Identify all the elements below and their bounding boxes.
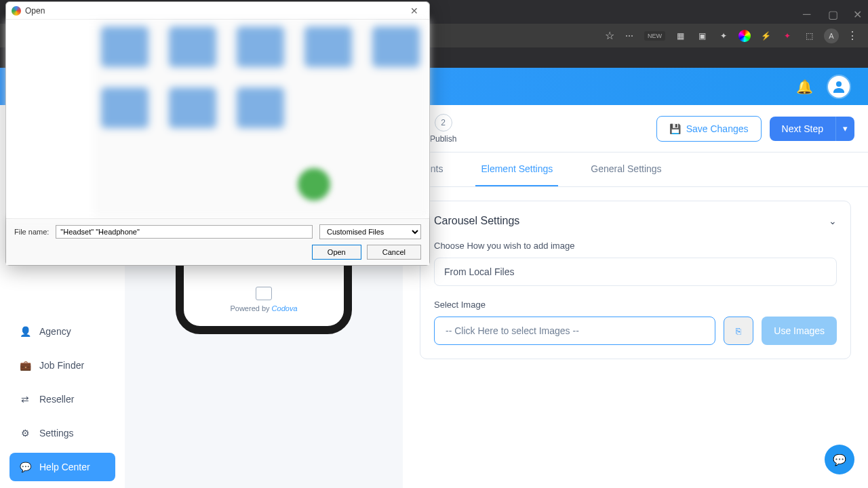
agency-icon: 👤	[19, 325, 31, 338]
select-image-label: Select Image	[434, 300, 837, 310]
dialog-close-button[interactable]: ✕	[405, 4, 424, 18]
cursor-highlight	[298, 168, 330, 201]
color-picker-icon[interactable]	[738, 30, 751, 42]
svg-point-0	[836, 81, 842, 87]
cancel-button[interactable]: Cancel	[367, 245, 421, 260]
extension-icon-3[interactable]: ▣	[695, 29, 709, 43]
browser-menu-icon[interactable]: ⋮	[847, 29, 858, 42]
top-actions: 2 Publish 💾 Save Changes Next Step ▾	[403, 105, 868, 152]
save-icon: 💾	[669, 123, 681, 134]
extension-icon-4[interactable]: ✦	[717, 29, 730, 43]
extension-icon-6[interactable]: ✦	[781, 29, 794, 43]
choose-method-label: Choose How you wish to add image	[434, 241, 837, 251]
chat-support-button[interactable]: 💬	[825, 445, 854, 474]
extensions-icon[interactable]: ⬚	[802, 29, 816, 43]
select-image-input[interactable]: -- Click Here to select Images --	[434, 317, 715, 345]
settings-content: Carousel Settings ⌄ Choose How you wish …	[403, 187, 868, 373]
upload-icon: ⎘	[736, 326, 741, 336]
sidebar-item-help-center[interactable]: 💬 Help Center	[9, 453, 115, 481]
right-panel: 2 Publish 💾 Save Changes Next Step ▾ ent…	[403, 105, 868, 488]
accordion-header[interactable]: Carousel Settings ⌄	[434, 215, 837, 227]
sidebar-item-label: Settings	[39, 428, 74, 439]
carousel-settings-card: Carousel Settings ⌄ Choose How you wish …	[420, 201, 851, 359]
sidebar-item-reseller[interactable]: ⇄ Reseller	[9, 385, 115, 413]
sidebar-item-settings[interactable]: ⚙ Settings	[9, 419, 115, 447]
extension-icon[interactable]: ⋯	[623, 29, 636, 43]
briefcase-icon: 💼	[19, 359, 31, 371]
next-step-button[interactable]: Next Step	[770, 117, 835, 141]
sidebar-item-label: Job Finder	[39, 360, 84, 371]
chrome-icon	[12, 6, 21, 16]
tabs: ents Element Settings General Settings	[403, 152, 868, 187]
user-avatar[interactable]	[827, 75, 851, 99]
accordion-title: Carousel Settings	[434, 215, 519, 227]
sidebar-item-label: Help Center	[39, 462, 90, 472]
chevron-down-icon: ⌄	[829, 216, 837, 226]
browser-profile-avatar[interactable]: A	[824, 28, 839, 43]
step-label: Publish	[430, 134, 456, 144]
file-open-dialog: Open ✕ File name: Customised Files Open …	[5, 1, 430, 266]
tab-element-settings[interactable]: Element Settings	[475, 152, 558, 186]
maximize-icon[interactable]: ▢	[828, 8, 836, 16]
close-window-icon[interactable]: ✕	[853, 8, 861, 16]
image-source-dropdown[interactable]: From Local Files	[434, 258, 837, 286]
bookmark-star-icon[interactable]: ☆	[605, 29, 614, 42]
chat-icon: 💬	[833, 453, 846, 466]
extension-icon-2[interactable]: ▦	[673, 29, 687, 43]
dialog-footer: File name: Customised Files Open Cancel	[6, 218, 429, 265]
browse-image-button[interactable]: ⎘	[724, 317, 753, 345]
sidebar-item-job-finder[interactable]: 💼 Job Finder	[9, 351, 115, 380]
save-changes-button[interactable]: 💾 Save Changes	[656, 116, 762, 142]
gear-icon: ⚙	[19, 427, 31, 439]
minimize-icon[interactable]: ─	[803, 8, 811, 16]
powered-by: Powered by Codova	[193, 304, 334, 312]
step-publish[interactable]: 2 Publish	[430, 114, 456, 144]
notifications-icon[interactable]: 🔔	[796, 79, 813, 95]
extension-icon-5[interactable]: ⚡	[759, 29, 772, 43]
filetype-select[interactable]: Customised Files	[319, 224, 421, 239]
tab-general-settings[interactable]: General Settings	[585, 152, 667, 186]
reseller-icon: ⇄	[19, 393, 31, 405]
filename-label: File name:	[14, 228, 49, 236]
next-step-dropdown[interactable]: ▾	[835, 117, 854, 141]
step-number: 2	[435, 114, 452, 131]
sidebar-item-label: Reseller	[39, 394, 74, 405]
open-button[interactable]: Open	[312, 245, 361, 260]
sidebar-item-agency[interactable]: 👤 Agency	[9, 317, 115, 346]
dialog-title: Open	[25, 6, 45, 16]
new-badge: NEW	[644, 31, 665, 41]
use-images-button[interactable]: Use Images	[762, 317, 837, 345]
help-icon: 💬	[19, 461, 31, 473]
sidebar-item-label: Agency	[39, 326, 71, 337]
filename-input[interactable]	[56, 225, 313, 239]
dialog-file-browser[interactable]	[6, 20, 429, 218]
dialog-titlebar: Open ✕	[6, 2, 429, 20]
image-placeholder-icon	[256, 287, 272, 300]
